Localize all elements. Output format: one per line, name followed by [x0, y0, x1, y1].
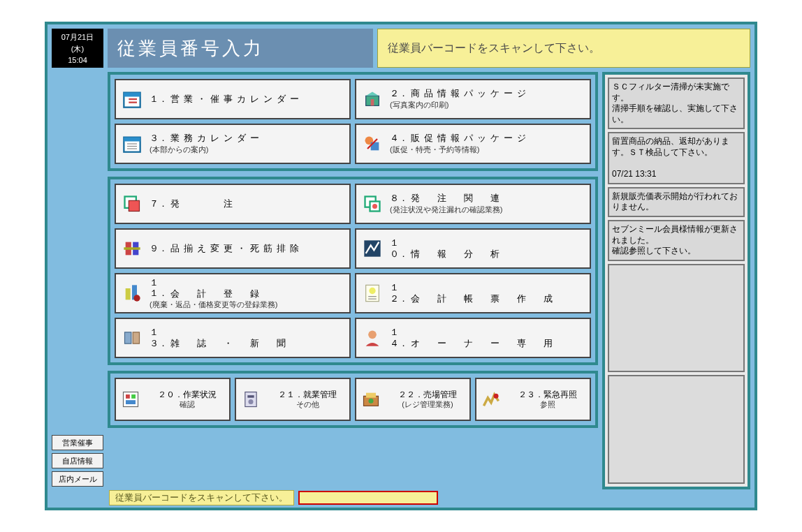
svg-rect-40 [366, 393, 376, 398]
svg-marker-5 [366, 92, 379, 96]
svg-rect-1 [124, 93, 140, 97]
side-btn-sales-events[interactable]: 営業催事 [52, 435, 103, 450]
menu-btn-21[interactable]: ２１．就業管理その他 [235, 378, 351, 421]
notice-item: 留置商品の納品、返却があります。ＳＴ検品して下さい。 07/21 13:31 [608, 132, 745, 184]
menu-btn-14[interactable]: １４．オ ー ナ ー 専 用 [355, 318, 591, 358]
svg-rect-32 [124, 392, 138, 407]
svg-point-31 [368, 331, 377, 339]
order-related-icon [360, 192, 384, 216]
accounting-icon [120, 281, 144, 305]
svg-rect-29 [125, 332, 131, 343]
menu-btn-3[interactable]: ３．業務カレンダー(本部からの案内) [115, 124, 351, 164]
svg-rect-22 [126, 288, 131, 300]
svg-point-26 [369, 288, 375, 294]
side-btn-store-info[interactable]: 自店情報 [52, 453, 103, 468]
menu-btn-22[interactable]: ２２．売場管理(レジ管理業務) [355, 378, 471, 421]
menu-btn-2[interactable]: ２．商品情報パッケージ(写真案内の印刷) [355, 79, 591, 119]
sales-mgmt-icon [359, 387, 383, 411]
owner-icon [360, 326, 384, 350]
assortment-icon [120, 237, 144, 260]
scan-instruction: 従業員バーコードをスキャンして下さい。 [377, 29, 750, 68]
magazine-icon [120, 326, 144, 350]
calendar-icon [120, 132, 144, 156]
clock-date: 07月21日 [52, 32, 103, 43]
notice-item: 新規販売価表示開始が行われておりません。 [608, 187, 745, 217]
left-nav: 営業催事 自店情報 店内メール [52, 72, 103, 489]
svg-rect-34 [131, 394, 136, 399]
svg-point-18 [372, 204, 377, 209]
svg-point-42 [494, 394, 499, 399]
menu-area: １．営業・催事カレンダー ２．商品情報パッケージ(写真案内の印刷) ３．業務カレ… [108, 72, 598, 489]
svg-point-41 [369, 399, 374, 404]
emergency-icon [479, 387, 503, 411]
notice-blank [608, 264, 745, 373]
menu-btn-8[interactable]: ８．発 注 関 連(発注状況や発注漏れの確認業務) [355, 184, 591, 224]
svg-rect-33 [126, 394, 130, 399]
order-icon [120, 192, 144, 216]
calendar-icon [120, 87, 144, 111]
report-icon [360, 281, 384, 305]
svg-rect-15 [129, 200, 139, 211]
menu-btn-13[interactable]: １３．雑 誌 ・ 新 聞 [115, 318, 351, 358]
svg-rect-6 [371, 99, 374, 105]
footer: 従業員バーコードをスキャンして下さい。 [48, 491, 754, 508]
svg-rect-8 [124, 138, 140, 142]
menu-btn-10[interactable]: １０．情 報 分 析 [355, 228, 591, 269]
svg-rect-37 [247, 395, 254, 398]
svg-rect-35 [126, 400, 136, 404]
menu-btn-20[interactable]: ２０．作業状況確認 [115, 378, 231, 421]
analysis-icon [360, 237, 384, 260]
menu-group-2: ７．発 注 ８．発 注 関 連(発注状況や発注漏れの確認業務) ９．品揃え変更・… [108, 177, 598, 365]
menu-btn-1[interactable]: １．営業・催事カレンダー [115, 79, 351, 119]
promo-icon [360, 132, 384, 156]
work-status-icon [119, 387, 143, 411]
menu-btn-7[interactable]: ７．発 注 [115, 184, 351, 224]
body: 営業催事 自店情報 店内メール １．営業・催事カレンダー ２．商品情報パッケージ… [48, 72, 754, 491]
package-icon [360, 87, 384, 111]
header: 07月21日 (木) 15:04 従業員番号入力 従業員バーコードをスキャンして… [48, 24, 754, 72]
employee-barcode-input[interactable] [298, 491, 438, 505]
footer-instruction: 従業員バーコードをスキャンして下さい。 [109, 490, 294, 505]
labor-icon [239, 387, 263, 411]
clock-day: (木) [52, 44, 103, 54]
svg-point-24 [133, 295, 140, 301]
menu-btn-9[interactable]: ９．品揃え変更・死筋排除 [115, 228, 351, 269]
svg-point-38 [249, 399, 254, 404]
svg-rect-30 [133, 332, 139, 343]
menu-group-1: １．営業・催事カレンダー ２．商品情報パッケージ(写真案内の印刷) ３．業務カレ… [108, 72, 598, 171]
menu-btn-12[interactable]: １２．会 計 帳 票 作 成 [355, 273, 591, 313]
notice-blank [608, 375, 745, 484]
side-btn-store-mail[interactable]: 店内メール [52, 471, 103, 487]
menu-group-bottom: ２０．作業状況確認 ２１．就業管理その他 ２２．売場管理(レジ管理業務) ２３．… [108, 371, 598, 428]
menu-btn-23[interactable]: ２３．緊急再照参照 [475, 378, 591, 421]
menu-btn-4[interactable]: ４．販促情報パッケージ(販促・特売・予約等情報) [355, 124, 591, 164]
page-title: 従業員番号入力 [108, 29, 373, 68]
app-frame: 07月21日 (木) 15:04 従業員番号入力 従業員バーコードをスキャンして… [45, 22, 757, 510]
notice-item: ＳＣフィルター清掃が未実施です。 清掃手順を確認し、実施して下さい。 [608, 77, 745, 129]
notice-panel: ＳＣフィルター清掃が未実施です。 清掃手順を確認し、実施して下さい。 留置商品の… [602, 72, 750, 489]
notice-item: セブンミール会員様情報が更新されました。 確認参照して下さい。 [608, 220, 745, 261]
clock-time: 15:04 [52, 56, 103, 64]
menu-btn-11[interactable]: １１．会 計 登 録(廃棄・返品・価格変更等の登録業務) [115, 273, 351, 313]
clock-block: 07月21日 (木) 15:04 [52, 29, 103, 68]
